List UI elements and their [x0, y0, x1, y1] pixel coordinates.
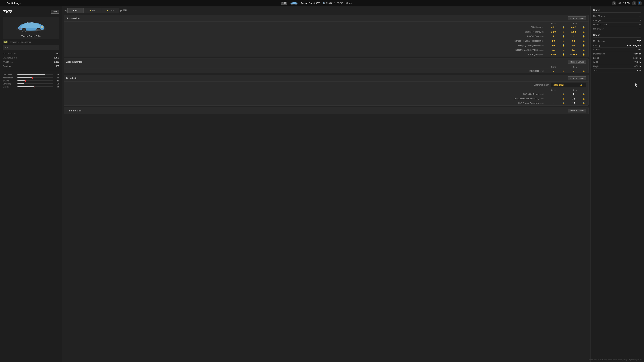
suspension-rows: Ride Heightin. 4.02 🔒 4.02 🔒 Natural Fre… — [64, 25, 244, 57]
perf-row-max-speed: Max Speed 7.8 — [3, 74, 59, 76]
max-power-label: Max Power HP — [3, 52, 16, 55]
bop-row: BOP Balance of Performance — [3, 40, 59, 43]
brand-logo: TVR — [3, 9, 12, 14]
tab-dirt[interactable]: 🔒 Dirt — [84, 8, 101, 13]
setting-row: Toe AngleDegrees 0.00 🔒 In0.60 🔒 — [64, 52, 244, 57]
n400-badge: N400 — [51, 10, 59, 13]
perf-value: 1.9 — [54, 83, 59, 85]
perf-bar-fill — [18, 86, 34, 87]
aero-title: Aerodynamics — [66, 60, 82, 63]
setting-row: LSD Braking SensitivityLevel -- 🔒 15 🔒 — [64, 101, 244, 105]
tab-prev-button[interactable]: ◀ — [64, 9, 68, 12]
bop-label: Balance of Performance — [10, 41, 31, 43]
perf-bar — [18, 77, 53, 78]
max-power-value: 360 — [56, 52, 59, 55]
perf-bar-fill — [18, 83, 24, 84]
perf-label: Cornering — [3, 83, 16, 85]
menu-icon: ≡ — [56, 46, 57, 49]
diff-gear-label: Differential Gear — [66, 84, 244, 86]
tab-drift[interactable]: 🔒 Drift — [101, 8, 119, 13]
perf-bar-marker — [25, 83, 25, 85]
transmission-header: Transmission Reset to Default — [64, 107, 244, 114]
perf-bar-marker — [25, 80, 26, 82]
drivetrain-rows: LSD Initial TorqueLevel -- 🔒 7 🔒 LSD Acc… — [64, 92, 244, 105]
center-panel: ◀ Road 🔒 Dirt 🔒 Drift ▶ R1 Suspension Re… — [62, 6, 244, 139]
perf-bar — [18, 83, 53, 84]
perf-value: 4.6 — [54, 86, 59, 88]
suspension-section: Suspension Reset to Default Front Rear R… — [64, 15, 244, 57]
diff-gear-row: Differential Gear Standard 🔒 — [64, 82, 244, 88]
stats-section: Max Power HP 360 Max Torque ft-lb 308.8 … — [3, 52, 59, 68]
perf-row-acceleration: Acceleration 4.0 — [3, 77, 59, 79]
setting-row: Damping Ratio (Compression)% 60 🔒 60 🔒 — [64, 39, 244, 43]
setting-row: Ride Heightin. 4.02 🔒 4.02 🔒 — [64, 25, 244, 30]
r1-badge: R1 — [123, 9, 126, 11]
setting-name: Toe AngleDegrees — [66, 53, 244, 56]
perf-value: 4.0 — [54, 77, 59, 79]
perf-row-stability: Stability 4.6 — [3, 86, 59, 88]
perf-row-braking: Braking 2.0 — [3, 80, 59, 82]
setting-row: Anti-Roll BarsLevel 7 🔒 4 🔒 — [64, 34, 244, 39]
setting-name: LSD Initial TorqueLevel — [66, 93, 244, 95]
suspension-col-headers: Front Rear — [64, 22, 244, 25]
car-name-left: Tuscan Speed 6 '00 — [21, 35, 40, 37]
aerodynamics-section: Aerodynamics Reset to Default Front Rear… — [64, 58, 244, 73]
setting-row: Damping Ratio (Rebound)% 90 🔒 90 🔒 — [64, 43, 244, 48]
aero-header: Aerodynamics Reset to Default — [64, 59, 244, 65]
setting-name: Damping Ratio (Rebound)% — [66, 44, 244, 46]
drivetrain-value: FR — [56, 65, 59, 67]
left-panel: TVR N400 Tuscan Speed 6 '00 BOP Balance … — [0, 6, 62, 139]
weight-value: 2,425 — [54, 61, 59, 63]
setting-row: LSD Initial TorqueLevel -- 🔒 7 🔒 — [64, 92, 244, 96]
drivetrain-col-headers: Front Rear — [64, 88, 244, 92]
tab-dirt-label: Dirt — [92, 9, 96, 12]
perf-label: Braking — [3, 80, 16, 82]
setting-name: LSD Acceleration SensitivityLevel — [66, 97, 244, 100]
suspension-title: Suspension — [66, 17, 80, 19]
back-button[interactable]: ← — [2, 1, 5, 5]
top-bar: ← Car Settings N400 Tuscan Speed 6 '00 🏦… — [0, 0, 244, 6]
setting-name: LSD Braking SensitivityLevel — [66, 102, 244, 104]
perf-bar-marker — [46, 74, 46, 76]
setting-row: DownforceLevel 0 🔒 0 🔒 — [64, 69, 244, 73]
na-value: N/A — [5, 46, 8, 49]
perf-bar — [18, 86, 53, 87]
svg-point-7 — [18, 28, 21, 29]
setting-name: Damping Ratio (Compression)% — [66, 40, 244, 42]
weight-label: Weight lbs. — [3, 61, 13, 63]
drivetrain-section: Drivetrain Reset to Default Differential… — [64, 75, 244, 106]
perf-bar-fill — [18, 74, 45, 75]
setting-name: Natural FrequencyHz — [66, 31, 244, 33]
setting-row: Natural FrequencyHz 1.80 🔒 1.80 🔒 — [64, 30, 244, 34]
perf-value: 2.0 — [54, 80, 59, 82]
page-title: Car Settings — [7, 2, 20, 4]
tab-bar: ◀ Road 🔒 Dirt 🔒 Drift ▶ R1 — [62, 6, 244, 13]
main-content: ◀ Road 🔒 Dirt 🔒 Drift ▶ R1 Suspension Re… — [62, 6, 244, 139]
tab-road-label: Road — [73, 9, 78, 12]
perf-bar-marker — [32, 77, 33, 79]
setting-name: Anti-Roll BarsLevel — [66, 35, 244, 37]
na-selector[interactable]: N/A ≡ — [3, 45, 59, 50]
svg-point-13 — [38, 29, 39, 30]
car-image-area: Tuscan Speed 6 '00 — [3, 17, 59, 39]
brand-section: TVR N400 — [3, 9, 59, 14]
setting-name: Negative Camber AngleDegrees — [66, 49, 244, 51]
max-torque-value: 308.8 — [54, 56, 59, 59]
perf-label: Acceleration — [3, 77, 16, 79]
transmission-section: Transmission Reset to Default — [64, 107, 244, 114]
tab-next-button[interactable]: ▶ — [119, 9, 123, 12]
perf-bar-fill — [18, 77, 32, 78]
perf-value: 7.8 — [54, 74, 59, 76]
setting-row: Negative Camber AngleDegrees 0.5 🔒 1.5 🔒 — [64, 48, 244, 52]
tab-drift-label: Drift — [110, 9, 114, 12]
bop-badge: BOP — [3, 40, 8, 43]
performance-section: Max Speed 7.8 Acceleration 4.0 Braking 2… — [3, 74, 59, 88]
perf-row-cornering: Cornering 1.9 — [3, 83, 59, 85]
tab-road[interactable]: Road — [68, 8, 84, 13]
perf-label: Max Speed — [3, 74, 16, 76]
aero-col-headers: Front Rear — [64, 65, 244, 69]
drivetrain-title: Drivetrain — [66, 77, 77, 80]
max-torque-label: Max Torque ft-lb — [3, 57, 17, 59]
perf-bar-marker — [34, 86, 35, 88]
svg-point-10 — [24, 29, 24, 30]
